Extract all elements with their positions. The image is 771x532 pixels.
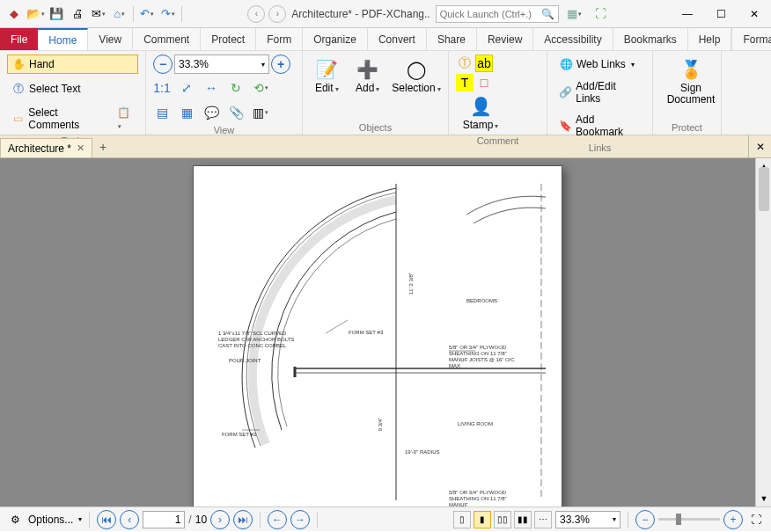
zoom-out-status[interactable]: − <box>635 510 655 529</box>
typewriter-icon[interactable]: Ⓣ <box>456 55 474 72</box>
fit-page-icon[interactable]: ⤢ <box>178 79 195 97</box>
selection-icon: ◯ <box>403 56 430 83</box>
label-form-set-2: FORM SET #2 <box>222 432 256 438</box>
options-label[interactable]: Options... <box>28 514 73 526</box>
selection-button[interactable]: ◯ Selection <box>392 55 441 97</box>
document-tab[interactable]: Architecture * ✕ <box>0 138 92 157</box>
nav-forward-button[interactable]: → <box>290 510 310 529</box>
maximize-button[interactable]: ☐ <box>704 1 738 27</box>
highlight-icon[interactable]: ab <box>475 55 493 72</box>
zoom-select[interactable]: 33.3%▾ <box>555 511 620 528</box>
fit-window-icon[interactable]: ⛶ <box>591 4 612 25</box>
minimize-button[interactable]: — <box>671 1 704 27</box>
menu-protect[interactable]: Protect <box>201 28 256 50</box>
options-gear-icon[interactable]: ⚙ <box>5 510 25 529</box>
edit-button[interactable]: 📝 Edit <box>310 55 344 97</box>
menu-comment[interactable]: Comment <box>133 28 201 50</box>
last-page-button[interactable]: ⏭ <box>233 510 253 529</box>
group-label-links: Links <box>554 141 645 153</box>
menu-bookmarks[interactable]: Bookmarks <box>613 28 688 50</box>
more-views-icon[interactable]: ⋯ <box>534 511 552 528</box>
thumbnails-icon[interactable]: ▦ <box>178 104 195 121</box>
label-ledger-note: 1 3/4"x11 7/8" SCL CURVED LEDGER C/W ANC… <box>218 331 296 349</box>
group-label-protect: Protect <box>660 120 714 133</box>
save-icon[interactable]: 💾 <box>46 4 67 25</box>
menu-home[interactable]: Home <box>38 28 88 50</box>
page-number-input[interactable] <box>143 511 185 528</box>
stamp-icon: 👤 <box>467 93 494 120</box>
nav-forward-icon[interactable]: › <box>268 5 286 23</box>
menu-form[interactable]: Form <box>256 28 303 50</box>
add-button[interactable]: ➕ Add <box>351 55 386 97</box>
scroll-down-icon[interactable]: ▼ <box>758 492 770 505</box>
menu-format[interactable]: Format <box>731 28 771 50</box>
close-tab-icon[interactable]: ✕ <box>77 142 84 154</box>
undo-icon[interactable]: ↶ <box>136 4 158 25</box>
quick-launch-input[interactable]: 🔍 <box>436 5 559 23</box>
link-icon: 🔗 <box>559 85 572 99</box>
textbox-icon[interactable]: T <box>456 74 474 91</box>
fullscreen-icon[interactable]: ⛶ <box>746 510 766 529</box>
menu-accessibility[interactable]: Accessibility <box>533 28 613 50</box>
group-label-view: View <box>153 123 295 135</box>
ui-options-icon[interactable]: ▦ <box>564 4 585 25</box>
label-radius: 19'-0" RADIUS <box>405 449 440 455</box>
clipboard-dropdown-icon[interactable]: 📋 <box>117 106 134 131</box>
panel-icon[interactable]: ▤ <box>153 104 171 121</box>
attachments-icon[interactable]: 📎 <box>227 104 245 121</box>
close-panel-button[interactable]: ✕ <box>748 135 771 157</box>
actual-size-icon[interactable]: 1:1 <box>153 79 171 97</box>
menu-organize[interactable]: Organize <box>303 28 368 50</box>
open-icon[interactable]: 📂 <box>25 4 46 25</box>
two-page-view[interactable]: ▯▯ <box>494 511 511 528</box>
nav-back-button[interactable]: ← <box>268 510 287 529</box>
redo-icon[interactable]: ↷ <box>158 4 179 25</box>
page-total: 10 <box>195 514 207 526</box>
stamp-button[interactable]: 👤 Stamp <box>456 91 505 134</box>
first-page-button[interactable]: ⏮ <box>97 510 116 529</box>
app-icon[interactable]: ◆ <box>4 4 25 25</box>
menu-view[interactable]: View <box>88 28 133 50</box>
continuous-view[interactable]: ▮ <box>474 511 491 528</box>
close-button[interactable]: ✕ <box>738 1 771 27</box>
print-icon[interactable]: 🖨 <box>67 4 88 25</box>
more-panels-icon[interactable]: ▥ <box>252 104 269 121</box>
sign-document-button[interactable]: 🏅 Sign Document <box>660 55 722 107</box>
zoom-in-status[interactable]: + <box>723 510 743 529</box>
prev-page-button[interactable]: ‹ <box>120 510 139 529</box>
shape-icon[interactable]: □ <box>475 74 493 91</box>
add-edit-links-button[interactable]: 🔗 Add/Edit Links <box>554 77 645 107</box>
single-page-view[interactable]: ▯ <box>453 511 471 528</box>
rotate-view-icon[interactable]: ⟲ <box>252 79 269 97</box>
select-comments-tool[interactable]: ▭ Select Comments 📋 <box>7 104 138 134</box>
menu-file[interactable]: File <box>0 28 38 50</box>
comments-panel-icon[interactable]: 💬 <box>202 104 220 121</box>
zoom-value-field[interactable]: 33.3%▾ <box>174 55 269 74</box>
zoom-in-button[interactable]: + <box>271 55 290 74</box>
comment-select-icon: ▭ <box>11 112 25 126</box>
document-viewport[interactable]: BEDROOMS LIVING ROOM 1 3/4"x11 7/8" SCL … <box>0 158 755 506</box>
zoom-slider[interactable] <box>658 518 720 521</box>
bookmark-icon: 🔖 <box>559 119 572 133</box>
nav-back-icon[interactable]: ‹ <box>247 5 265 23</box>
menu-convert[interactable]: Convert <box>368 28 427 50</box>
fit-visible-icon[interactable]: ↻ <box>227 79 245 97</box>
two-continuous-view[interactable]: ▮▮ <box>514 511 532 528</box>
web-links-button[interactable]: 🌐 Web Links▾ <box>554 55 645 74</box>
scroll-thumb[interactable] <box>759 167 769 211</box>
select-text-tool[interactable]: Ⓣ Select Text <box>7 79 138 98</box>
vertical-scrollbar[interactable]: ▲ ▼ <box>755 158 771 506</box>
menu-share[interactable]: Share <box>427 28 477 50</box>
menu-review[interactable]: Review <box>477 28 533 50</box>
next-page-button[interactable]: › <box>210 510 230 529</box>
add-bookmark-button[interactable]: 🔖 Add Bookmark <box>554 111 645 141</box>
edit-icon: 📝 <box>313 56 340 83</box>
zoom-out-button[interactable]: − <box>153 55 173 74</box>
new-tab-button[interactable]: + <box>92 135 114 157</box>
scan-icon[interactable]: ⌂ <box>109 4 130 25</box>
hand-tool[interactable]: ✋ Hand <box>7 55 138 74</box>
menu-help[interactable]: Help <box>688 28 732 50</box>
email-icon[interactable]: ✉ <box>88 4 109 25</box>
add-icon: ➕ <box>355 56 381 83</box>
fit-width-icon[interactable]: ↔ <box>202 79 220 97</box>
